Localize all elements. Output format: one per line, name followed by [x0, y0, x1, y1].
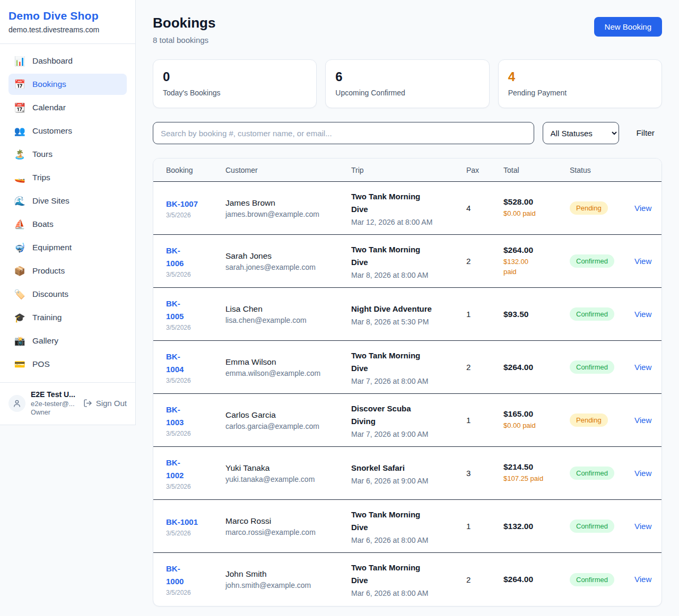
customer-name: Sarah Jones: [225, 251, 345, 261]
new-booking-button[interactable]: New Booking: [594, 17, 662, 37]
trip-name: Two Tank Morning Dive: [351, 190, 460, 216]
view-link[interactable]: View: [634, 575, 651, 584]
training-icon: 🎓: [14, 312, 25, 323]
booking-date: 3/5/2026: [166, 212, 219, 219]
booking-date: 3/5/2026: [166, 324, 219, 331]
total-amount: $214.50: [503, 462, 563, 472]
trip-name: Snorkel Safari: [351, 462, 460, 474]
user-name: E2E Test U...: [31, 390, 78, 399]
actions-cell: View: [634, 416, 658, 425]
status-cell: Pending: [570, 413, 634, 427]
sidebar-item-label: Calendar: [32, 103, 66, 112]
trip-cell: Snorkel Safari Mar 6, 2026 at 9:00 AM: [351, 462, 466, 485]
sidebar-item-tours[interactable]: 🏝️ Tours: [8, 144, 127, 165]
customers-icon: 👥: [14, 126, 25, 137]
pax-cell: 1: [466, 310, 503, 319]
view-link[interactable]: View: [634, 416, 651, 425]
col-total: Total: [503, 166, 570, 174]
status-badge: Confirmed: [570, 360, 614, 374]
booking-id-link[interactable]: BK-1007: [166, 198, 198, 210]
actions-cell: View: [634, 469, 658, 478]
sidebar-item-equipment[interactable]: 🤿 Equipment: [8, 237, 127, 258]
view-link[interactable]: View: [634, 469, 651, 478]
trip-cell: Two Tank Morning Dive Mar 6, 2026 at 8:0…: [351, 561, 466, 597]
table-row: BK-1007 3/5/2026 James Brown james.brown…: [153, 182, 661, 235]
filter-row: All Statuses Filter: [153, 122, 662, 144]
view-link[interactable]: View: [634, 522, 651, 531]
status-badge: Confirmed: [570, 573, 614, 586]
booking-id-link[interactable]: BK- 1002: [166, 456, 184, 482]
total-amount: $93.50: [503, 310, 563, 319]
stat-value: 6: [335, 69, 479, 84]
stat-label: Today's Bookings: [163, 89, 307, 97]
customer-name: John Smith: [225, 569, 345, 579]
sidebar-item-calendar[interactable]: 📆 Calendar: [8, 97, 127, 118]
trip-date: Mar 12, 2026 at 8:00 AM: [351, 218, 460, 226]
paid-amount: $0.00 paid: [503, 209, 563, 219]
sidebar-item-pos[interactable]: 💳 POS: [8, 354, 127, 375]
sign-out-button[interactable]: Sign Out: [83, 399, 127, 408]
booking-id-link[interactable]: BK- 1003: [166, 403, 184, 429]
page-title: Bookings: [153, 15, 215, 31]
sidebar-item-label: Equipment: [32, 243, 72, 252]
sidebar-item-discounts[interactable]: 🏷️ Discounts: [8, 284, 127, 305]
booking-date: 3/5/2026: [166, 589, 219, 596]
sidebar-item-label: POS: [32, 359, 50, 369]
pax-cell: 4: [466, 204, 503, 213]
booking-id-link[interactable]: BK- 1005: [166, 297, 184, 323]
dashboard-icon: 📊: [14, 56, 25, 67]
actions-cell: View: [634, 363, 658, 372]
stat-value: 0: [163, 69, 307, 84]
sidebar-item-trips[interactable]: 🚤 Trips: [8, 167, 127, 188]
paid-amount: $132.00 paid: [503, 257, 563, 277]
sidebar-item-training[interactable]: 🎓 Training: [8, 307, 127, 328]
trip-date: Mar 8, 2026 at 5:30 PM: [351, 318, 460, 326]
view-link[interactable]: View: [634, 363, 651, 372]
stat-card: 4 Pending Payment: [498, 59, 662, 108]
sidebar-item-label: Tours: [32, 149, 53, 159]
total-cell: $214.50 $107.25 paid: [503, 462, 570, 484]
pax-cell: 2: [466, 363, 503, 372]
sidebar-item-gallery[interactable]: 📸 Gallery: [8, 330, 127, 351]
customer-name: Yuki Tanaka: [225, 463, 345, 473]
status-filter-select[interactable]: All Statuses: [543, 122, 619, 144]
sidebar-item-products[interactable]: 📦 Products: [8, 260, 127, 281]
total-cell: $165.00 $0.00 paid: [503, 409, 570, 431]
col-customer: Customer: [225, 166, 351, 174]
sidebar-item-label: Customers: [32, 126, 72, 136]
booking-cell: BK- 1003 3/5/2026: [166, 403, 225, 437]
sidebar-item-bookings[interactable]: 📅 Bookings: [8, 74, 127, 95]
sidebar-item-customers[interactable]: 👥 Customers: [8, 120, 127, 142]
sidebar-item-dive-sites[interactable]: 🌊 Dive Sites: [8, 190, 127, 212]
booking-id-link[interactable]: BK- 1000: [166, 562, 184, 588]
view-link[interactable]: View: [634, 257, 651, 266]
sidebar-item-label: Discounts: [32, 289, 68, 299]
status-badge: Confirmed: [570, 254, 614, 268]
booking-id-link[interactable]: BK- 1006: [166, 244, 184, 270]
equipment-icon: 🤿: [14, 242, 25, 253]
booking-date: 3/5/2026: [166, 530, 219, 537]
view-link[interactable]: View: [634, 310, 651, 319]
status-cell: Confirmed: [570, 573, 634, 586]
trip-date: Mar 6, 2026 at 8:00 AM: [351, 536, 460, 544]
trip-name: Two Tank Morning Dive: [351, 243, 460, 269]
search-input[interactable]: [153, 122, 534, 144]
user-info: E2E Test U... e2e-tester@... Owner: [31, 390, 78, 416]
brand-name: Demo Dive Shop: [8, 10, 127, 22]
total-cell: $264.00: [503, 575, 570, 584]
booking-id-link[interactable]: BK- 1004: [166, 350, 184, 376]
sidebar-item-boats[interactable]: ⛵ Boats: [8, 214, 127, 235]
filter-button[interactable]: Filter: [637, 128, 655, 138]
booking-cell: BK-1007 3/5/2026: [166, 198, 225, 219]
col-status: Status: [570, 166, 634, 174]
customer-cell: Emma Wilson emma.wilson@example.com: [225, 357, 351, 377]
user-email: e2e-tester@...: [31, 400, 78, 408]
booking-id-link[interactable]: BK-1001: [166, 516, 198, 529]
trip-name: Two Tank Morning Dive: [351, 508, 460, 534]
view-link[interactable]: View: [634, 204, 651, 213]
sidebar-item-dashboard[interactable]: 📊 Dashboard: [8, 50, 127, 72]
app-root: Demo Dive Shop demo.test.divestreams.com…: [0, 0, 679, 616]
page-subtitle: 8 total bookings: [153, 36, 215, 45]
total-cell: $264.00: [503, 363, 570, 372]
booking-date: 3/5/2026: [166, 377, 219, 384]
